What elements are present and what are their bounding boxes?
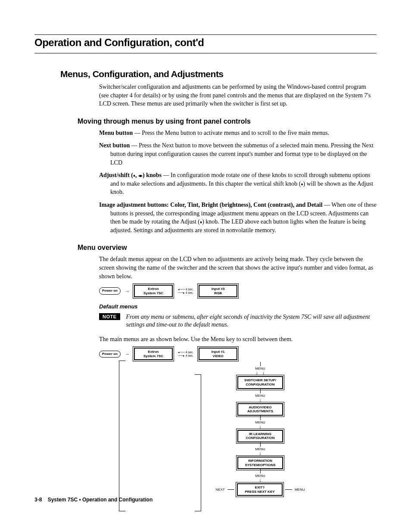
lcd-input3: Input #3 RGB (199, 285, 237, 297)
term-image-label: Image adjustment buttons: Color, Tint, B… (99, 202, 323, 208)
horiz-knob-icon: ◂▸ (138, 173, 143, 178)
term-next-button: Next button — Press the Next button to m… (99, 141, 377, 167)
arrow-right-icon: → (125, 289, 130, 294)
main-menus-paragraph: The main menus are as shown below. Use t… (99, 335, 377, 344)
vline (260, 469, 261, 473)
term-adjust-knobs: Adjust/shift (♦, ◂▸) knobs — In configur… (99, 171, 377, 196)
loop-right-bracket (195, 374, 201, 511)
note-text: From any menu or submenu, after eight se… (126, 313, 377, 329)
heading-default-menus: Default menus (99, 303, 377, 310)
heading-moving: Moving through menus by using front pane… (78, 118, 377, 125)
menu-switcher-setup: SWITCHER SETUP/ CONFIGURATION (237, 376, 283, 389)
section-title: Operation and Configuration, cont'd (34, 37, 377, 49)
arrow-down-icon: ↓ (259, 424, 262, 429)
connector-left (227, 489, 234, 490)
vline (260, 416, 261, 420)
heading-menus: Menus, Configuration, and Adjustments (60, 69, 377, 79)
exit-row: NEXT EXIT? PRESS NEXT KEY MENU (216, 483, 305, 496)
flow-power-pill: Power on (99, 351, 121, 358)
footer-text: System 7SC • Operation and Configuration (48, 497, 153, 503)
footer-page-number: 3-8 (34, 497, 42, 503)
default-lcd-diagram: Power on → Extron System 7SC ◂┄┄┄ 4 sec.… (99, 285, 377, 297)
loop-left-bracket (119, 361, 125, 511)
vline (260, 389, 261, 393)
flow-cycle-arrows: ◂┄┄┄ 4 sec. ┄┄┄▸ 4 sec. (177, 351, 194, 357)
term-adjust-label: Adjust/shift (♦, ◂▸) knobs (99, 172, 162, 178)
intro-paragraph: Switcher/scaler configuration and adjust… (99, 83, 377, 108)
menu-audio-video: AUDIO/VIDEO ADJUSTMENTS (237, 403, 283, 416)
rule-top (34, 34, 377, 35)
flow-lcd-extron: Extron System 7SC (134, 348, 173, 360)
page-footer: 3-8 System 7SC • Operation and Configura… (34, 497, 153, 503)
arrow-right-icon-2: → (125, 352, 130, 357)
term-menu-label: Menu button (99, 130, 133, 136)
power-on-pill: Power on (99, 287, 121, 294)
arrow-down-icon: ↓ (259, 451, 262, 456)
next-label: NEXT (216, 488, 225, 492)
term-image-buttons: Image adjustment buttons: Color, Tint, B… (99, 201, 377, 234)
connector-right (285, 489, 292, 490)
menu-exit: EXIT? PRESS NEXT KEY (237, 483, 283, 496)
note-badge: NOTE (99, 313, 120, 320)
vline (260, 362, 261, 366)
arrow-down-double-icon: ↓↓ (256, 370, 265, 375)
term-menu-text: — Press the Menu button to activate menu… (133, 130, 329, 136)
rule-under-title (34, 53, 377, 53)
menu-ir-learning: IR LEARNING CONFIGURATION (237, 430, 283, 442)
overview-paragraph: The default menus appear on the LCD when… (99, 255, 377, 280)
heading-overview: Menu overview (78, 244, 377, 252)
lcd-extron: Extron System 7SC (134, 285, 173, 297)
menu-side-label: MENU (295, 488, 305, 492)
note-block: NOTE From any menu or submenu, after eig… (99, 313, 377, 329)
menu-information: INFORMATION SYSTEM/OPTIONS (237, 457, 283, 469)
flow-lcd-input1: Input #1 VIDEO (199, 348, 237, 360)
term-next-label: Next button (99, 142, 130, 149)
cycle-arrows: ◂┄┄┄ 4 sec. ┄┄┄▸ 4 sec. (177, 288, 194, 294)
arrow-down-icon: ↓ (259, 398, 262, 402)
term-next-text: — Press the Next button to move between … (110, 142, 374, 165)
term-menu-button: Menu button — Press the Menu button to a… (99, 129, 377, 137)
vline (260, 442, 261, 447)
main-menu-flow-diagram: Power on → Extron System 7SC ◂┄┄┄ 4 sec.… (99, 348, 377, 496)
arrow-down-icon: ↓ (259, 478, 262, 482)
